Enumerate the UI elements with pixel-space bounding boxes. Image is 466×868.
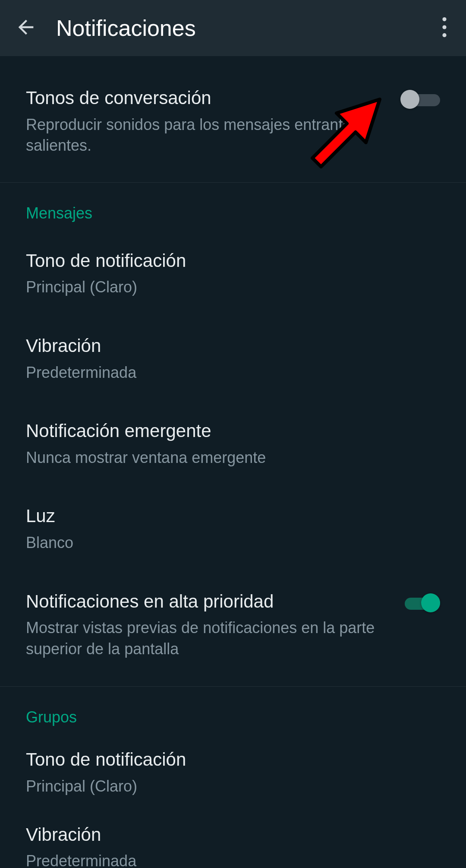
svg-point-2	[442, 33, 446, 37]
conversation-tones-switch[interactable]	[400, 92, 440, 108]
conversation-tones-item[interactable]: Tonos de conversación Reproducir sonidos…	[0, 65, 466, 182]
item-value: Predeterminada	[26, 851, 423, 868]
messages-light-item[interactable]: Luz Blanco	[0, 486, 466, 571]
groups-tone-item[interactable]: Tono de notificación Principal (Claro)	[0, 735, 466, 810]
item-text: Vibración Predeterminada	[26, 334, 440, 383]
item-title: Vibración	[26, 334, 423, 358]
messages-vibration-item[interactable]: Vibración Predeterminada	[0, 316, 466, 401]
item-title: Vibración	[26, 823, 423, 847]
overflow-menu-button[interactable]	[431, 17, 457, 39]
item-value: Principal (Claro)	[26, 776, 423, 797]
item-title: Tonos de conversación	[26, 86, 383, 110]
item-value: Principal (Claro)	[26, 277, 423, 298]
item-title: Tono de notificación	[26, 249, 423, 273]
item-title: Notificaciones en alta prioridad	[26, 590, 383, 614]
arrow-icon	[302, 162, 388, 170]
section-header-messages: Mensajes	[0, 183, 466, 231]
item-value: Nunca mostrar ventana emergente	[26, 447, 423, 469]
back-arrow-icon	[15, 16, 37, 40]
groups-vibration-item[interactable]: Vibración Predeterminada	[0, 810, 466, 868]
page-title: Notificaciones	[43, 15, 431, 41]
switch-thumb	[400, 90, 419, 109]
item-value: Predeterminada	[26, 362, 423, 383]
switch-thumb	[421, 593, 440, 612]
item-subtitle: Reproducir sonidos para los mensajes ent…	[26, 114, 383, 156]
section-header-groups: Grupos	[0, 687, 466, 735]
item-title: Notificación emergente	[26, 419, 423, 443]
messages-tone-item[interactable]: Tono de notificación Principal (Claro)	[0, 231, 466, 316]
item-text: Notificación emergente Nunca mostrar ven…	[26, 419, 440, 468]
item-title: Luz	[26, 504, 423, 528]
app-header: Notificaciones	[0, 0, 466, 56]
back-button[interactable]	[9, 16, 43, 40]
item-title: Tono de notificación	[26, 748, 423, 772]
messages-popup-item[interactable]: Notificación emergente Nunca mostrar ven…	[0, 401, 466, 486]
high-priority-switch[interactable]	[400, 595, 440, 611]
item-text: Vibración Predeterminada	[26, 823, 440, 868]
item-text: Luz Blanco	[26, 504, 440, 553]
item-value: Blanco	[26, 532, 423, 554]
messages-high-priority-item[interactable]: Notificaciones en alta prioridad Mostrar…	[0, 572, 466, 678]
settings-content: Tonos de conversación Reproducir sonidos…	[0, 56, 466, 868]
svg-point-0	[442, 17, 446, 21]
item-subtitle: Mostrar vistas previas de notificaciones…	[26, 618, 383, 659]
item-text: Tonos de conversación Reproducir sonidos…	[26, 86, 400, 156]
svg-point-1	[442, 25, 446, 29]
item-text: Notificaciones en alta prioridad Mostrar…	[26, 590, 400, 660]
item-text: Tono de notificación Principal (Claro)	[26, 249, 440, 298]
item-text: Tono de notificación Principal (Claro)	[26, 748, 440, 797]
more-vert-icon	[442, 17, 447, 39]
